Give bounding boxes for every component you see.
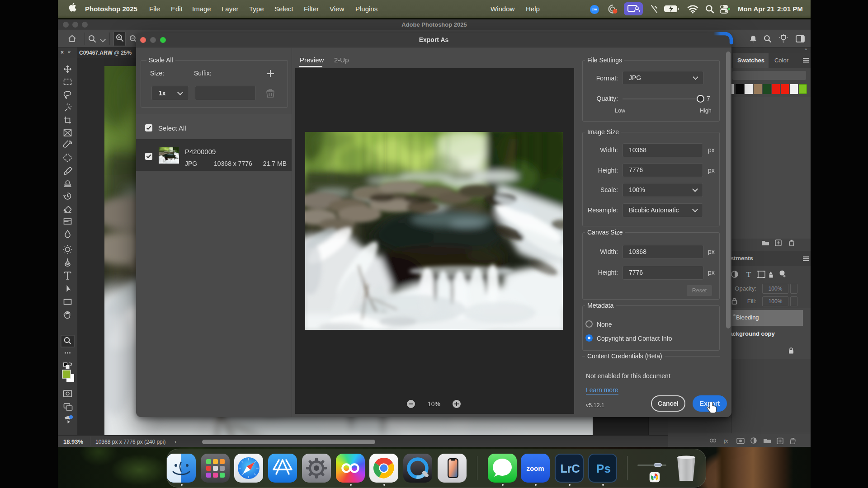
svg-text:fx: fx [724, 437, 728, 444]
svg-text:T: T [746, 270, 751, 279]
